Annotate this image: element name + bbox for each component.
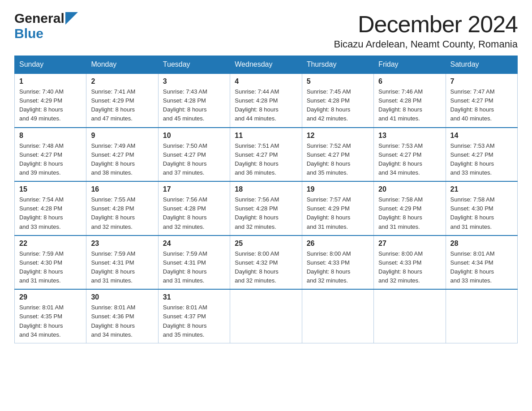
table-row	[446, 289, 517, 343]
logo-triangle-icon	[65, 12, 78, 25]
day-info: Sunrise: 7:44 AMSunset: 4:28 PMDaylight:…	[235, 87, 297, 124]
day-number: 6	[378, 77, 441, 86]
day-info: Sunrise: 7:59 AMSunset: 4:31 PMDaylight:…	[91, 249, 153, 286]
day-info: Sunrise: 7:57 AMSunset: 4:29 PMDaylight:…	[307, 195, 369, 231]
day-number: 1	[19, 77, 82, 86]
table-row: 11Sunrise: 7:51 AMSunset: 4:27 PMDayligh…	[230, 128, 302, 182]
day-info: Sunrise: 8:00 AMSunset: 4:32 PMDaylight:…	[235, 249, 297, 286]
table-row: 29Sunrise: 8:01 AMSunset: 4:35 PMDayligh…	[15, 289, 86, 343]
day-number: 8	[19, 132, 82, 140]
day-number: 17	[163, 185, 225, 193]
day-info: Sunrise: 7:55 AMSunset: 4:28 PMDaylight:…	[91, 195, 153, 231]
day-number: 5	[307, 77, 369, 86]
table-row: 7Sunrise: 7:47 AMSunset: 4:27 PMDaylight…	[446, 73, 517, 128]
day-number: 13	[378, 132, 441, 140]
calendar-header-row: Sunday Monday Tuesday Wednesday Thursday…	[15, 56, 518, 74]
calendar-week-row: 8Sunrise: 7:48 AMSunset: 4:27 PMDaylight…	[15, 128, 518, 182]
day-info: Sunrise: 7:59 AMSunset: 4:30 PMDaylight:…	[19, 249, 82, 286]
table-row: 24Sunrise: 7:59 AMSunset: 4:31 PMDayligh…	[158, 235, 230, 290]
day-info: Sunrise: 7:53 AMSunset: 4:27 PMDaylight:…	[450, 141, 513, 178]
logo: General Blue	[14, 11, 78, 41]
table-row: 30Sunrise: 8:01 AMSunset: 4:36 PMDayligh…	[86, 289, 158, 343]
day-number: 22	[19, 240, 82, 248]
day-number: 15	[19, 185, 82, 193]
day-info: Sunrise: 8:01 AMSunset: 4:35 PMDaylight:…	[19, 303, 82, 339]
day-number: 14	[450, 132, 513, 140]
table-row: 17Sunrise: 7:56 AMSunset: 4:28 PMDayligh…	[158, 181, 230, 235]
table-row: 14Sunrise: 7:53 AMSunset: 4:27 PMDayligh…	[446, 128, 517, 182]
day-number: 10	[163, 132, 225, 140]
table-row: 10Sunrise: 7:50 AMSunset: 4:27 PMDayligh…	[158, 128, 230, 182]
table-row: 18Sunrise: 7:56 AMSunset: 4:28 PMDayligh…	[230, 181, 302, 235]
table-row: 8Sunrise: 7:48 AMSunset: 4:27 PMDaylight…	[15, 128, 86, 182]
day-number: 25	[235, 240, 297, 248]
day-info: Sunrise: 7:58 AMSunset: 4:30 PMDaylight:…	[450, 195, 513, 231]
day-info: Sunrise: 8:00 AMSunset: 4:33 PMDaylight:…	[378, 249, 441, 286]
table-row: 1Sunrise: 7:40 AMSunset: 4:29 PMDaylight…	[15, 73, 86, 128]
table-row	[302, 289, 373, 343]
title-block: December 2024 Bicazu Ardelean, Neamt Cou…	[334, 11, 518, 50]
calendar-week-row: 29Sunrise: 8:01 AMSunset: 4:35 PMDayligh…	[15, 289, 518, 343]
calendar-week-row: 15Sunrise: 7:54 AMSunset: 4:28 PMDayligh…	[15, 181, 518, 235]
day-number: 4	[235, 77, 297, 86]
day-info: Sunrise: 8:01 AMSunset: 4:34 PMDaylight:…	[450, 249, 513, 286]
table-row: 13Sunrise: 7:53 AMSunset: 4:27 PMDayligh…	[374, 128, 446, 182]
table-row: 25Sunrise: 8:00 AMSunset: 4:32 PMDayligh…	[230, 235, 302, 290]
day-number: 11	[235, 132, 297, 140]
col-friday: Friday	[374, 56, 446, 74]
day-info: Sunrise: 7:51 AMSunset: 4:27 PMDaylight:…	[235, 141, 297, 178]
day-number: 31	[163, 293, 225, 301]
day-info: Sunrise: 7:48 AMSunset: 4:27 PMDaylight:…	[19, 141, 82, 178]
day-info: Sunrise: 7:53 AMSunset: 4:27 PMDaylight:…	[378, 141, 441, 178]
day-info: Sunrise: 7:49 AMSunset: 4:27 PMDaylight:…	[91, 141, 153, 178]
day-info: Sunrise: 7:40 AMSunset: 4:29 PMDaylight:…	[19, 87, 82, 124]
location-title: Bicazu Ardelean, Neamt County, Romania	[334, 39, 518, 50]
table-row	[230, 289, 302, 343]
day-number: 27	[378, 240, 441, 248]
day-info: Sunrise: 7:52 AMSunset: 4:27 PMDaylight:…	[307, 141, 369, 178]
logo-general-text: General	[14, 11, 64, 26]
day-number: 28	[450, 240, 513, 248]
day-number: 30	[91, 293, 153, 301]
table-row: 27Sunrise: 8:00 AMSunset: 4:33 PMDayligh…	[374, 235, 446, 290]
day-info: Sunrise: 8:00 AMSunset: 4:33 PMDaylight:…	[307, 249, 369, 286]
table-row: 2Sunrise: 7:41 AMSunset: 4:29 PMDaylight…	[86, 73, 158, 128]
table-row: 21Sunrise: 7:58 AMSunset: 4:30 PMDayligh…	[446, 181, 517, 235]
calendar-week-row: 1Sunrise: 7:40 AMSunset: 4:29 PMDaylight…	[15, 73, 518, 128]
table-row: 20Sunrise: 7:58 AMSunset: 4:29 PMDayligh…	[374, 181, 446, 235]
day-info: Sunrise: 7:41 AMSunset: 4:29 PMDaylight:…	[91, 87, 153, 124]
table-row: 5Sunrise: 7:45 AMSunset: 4:28 PMDaylight…	[302, 73, 373, 128]
table-row: 4Sunrise: 7:44 AMSunset: 4:28 PMDaylight…	[230, 73, 302, 128]
col-thursday: Thursday	[302, 56, 373, 74]
day-number: 23	[91, 240, 153, 248]
logo-blue-text: Blue	[14, 26, 43, 41]
day-info: Sunrise: 7:45 AMSunset: 4:28 PMDaylight:…	[307, 87, 369, 124]
day-number: 24	[163, 240, 225, 248]
day-number: 18	[235, 185, 297, 193]
table-row: 9Sunrise: 7:49 AMSunset: 4:27 PMDaylight…	[86, 128, 158, 182]
day-info: Sunrise: 7:43 AMSunset: 4:28 PMDaylight:…	[163, 87, 225, 124]
day-info: Sunrise: 7:59 AMSunset: 4:31 PMDaylight:…	[163, 249, 225, 286]
calendar-week-row: 22Sunrise: 7:59 AMSunset: 4:30 PMDayligh…	[15, 235, 518, 290]
table-row: 31Sunrise: 8:01 AMSunset: 4:37 PMDayligh…	[158, 289, 230, 343]
day-info: Sunrise: 7:50 AMSunset: 4:27 PMDaylight:…	[163, 141, 225, 178]
table-row: 28Sunrise: 8:01 AMSunset: 4:34 PMDayligh…	[446, 235, 517, 290]
day-info: Sunrise: 7:47 AMSunset: 4:27 PMDaylight:…	[450, 87, 513, 124]
col-monday: Monday	[86, 56, 158, 74]
day-number: 3	[163, 77, 225, 86]
table-row: 12Sunrise: 7:52 AMSunset: 4:27 PMDayligh…	[302, 128, 373, 182]
calendar-table: Sunday Monday Tuesday Wednesday Thursday…	[14, 56, 518, 343]
day-number: 7	[450, 77, 513, 86]
day-info: Sunrise: 7:58 AMSunset: 4:29 PMDaylight:…	[378, 195, 441, 231]
svg-marker-0	[65, 12, 78, 25]
day-number: 21	[450, 185, 513, 193]
table-row: 22Sunrise: 7:59 AMSunset: 4:30 PMDayligh…	[15, 235, 86, 290]
day-number: 20	[378, 185, 441, 193]
day-info: Sunrise: 8:01 AMSunset: 4:36 PMDaylight:…	[91, 303, 153, 339]
col-wednesday: Wednesday	[230, 56, 302, 74]
table-row: 19Sunrise: 7:57 AMSunset: 4:29 PMDayligh…	[302, 181, 373, 235]
table-row: 3Sunrise: 7:43 AMSunset: 4:28 PMDaylight…	[158, 73, 230, 128]
day-number: 19	[307, 185, 369, 193]
col-saturday: Saturday	[446, 56, 517, 74]
day-number: 2	[91, 77, 153, 86]
